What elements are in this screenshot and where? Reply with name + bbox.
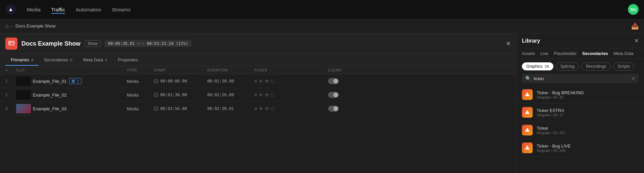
lib-item-icon	[522, 125, 533, 135]
list-item[interactable]: Ticker EXTRA Singular • ID: 17	[517, 104, 644, 121]
tab-bar: Primaries 3 Secondaries 0 Meta Data 0 Pr…	[0, 54, 516, 66]
nav-media[interactable]: Media	[27, 5, 41, 14]
clip-name-wrap: Example_File_02	[33, 93, 127, 98]
lib-item-meta: Singular • ID: 17	[537, 113, 564, 117]
svg-marker-15	[525, 92, 530, 96]
library-filters: Graphics 24 Splicing Recordings Scripts	[517, 59, 644, 74]
search-bar: 🔍 ✕	[522, 74, 639, 83]
list-item[interactable]: Ticker - Bug BREAKING Singular • ID: 35	[517, 86, 644, 104]
flag-notes-icon[interactable]: ≡	[254, 78, 257, 84]
tab-metadata[interactable]: Meta Data 0	[77, 54, 112, 66]
clip-thumb	[16, 76, 31, 86]
home-icon[interactable]: ⌂	[5, 23, 9, 29]
lib-item-icon	[522, 89, 533, 100]
svg-line-8	[156, 81, 157, 82]
clip-thumb	[16, 90, 31, 100]
search-input[interactable]	[534, 76, 629, 81]
lib-item-name: Ticker	[537, 126, 566, 131]
close-show-button[interactable]: ✕	[506, 40, 511, 47]
search-clear-button[interactable]: ✕	[631, 76, 635, 81]
lib-item-name: Ticker EXTRA	[537, 108, 564, 113]
library-title: Library	[522, 38, 540, 44]
svg-line-11	[156, 95, 157, 96]
logo[interactable]: ▲	[5, 4, 16, 15]
lib-item-meta: Singular • ID: 35	[537, 95, 584, 99]
tab-primaries[interactable]: Primaries 3	[5, 54, 39, 66]
library-list: Ticker - Bug BREAKING Singular • ID: 35 …	[517, 86, 644, 173]
show-title: Docs Example Show	[21, 40, 80, 47]
lib-item-meta: Singular • ID: 251	[537, 131, 566, 135]
svg-rect-3	[72, 80, 75, 80]
tab-properties[interactable]: Properties	[113, 54, 143, 66]
table-row: 2 Example_File_02 Media 00:01:30.00 00:0…	[0, 88, 516, 102]
flag-sync-icon[interactable]: ⟳	[265, 78, 269, 84]
flag-box-icon[interactable]: □	[271, 106, 274, 111]
library-header: Library ✕	[517, 34, 644, 48]
svg-marker-16	[525, 110, 530, 114]
show-header: Docs Example Show Show 00:06:26.01 — - 0…	[0, 34, 516, 54]
show-icon	[5, 38, 17, 50]
clip-thumb	[16, 104, 31, 113]
breadcrumb-separator: ›	[11, 23, 13, 28]
table-header: # CLIP TYPE START DURATION FLAGS CLEAN	[0, 66, 516, 74]
filter-splicing[interactable]: Splicing	[556, 62, 579, 70]
svg-line-14	[156, 109, 157, 109]
filter-graphics[interactable]: Graphics 24	[522, 62, 553, 70]
table-row: 3 Example_File_03 Media 00:03:56.00 00:0…	[0, 102, 516, 116]
svg-marker-18	[525, 146, 530, 150]
table-row: 1 Example_File_01 1 Media 00:00:00.00 00…	[0, 74, 516, 88]
tab-secondaries[interactable]: Secondaries 0	[39, 54, 77, 66]
nav-automation[interactable]: Automation	[76, 5, 101, 14]
search-icon: 🔍	[525, 76, 531, 81]
lib-item-icon	[522, 142, 533, 153]
show-timecode: 00:06:26.01 — - 00:53:33.24 (11%)	[105, 40, 191, 47]
flag-sync-icon[interactable]: ⟳	[265, 92, 269, 98]
lib-item-icon	[522, 107, 533, 118]
svg-marker-17	[525, 128, 530, 132]
filter-scripts[interactable]: Scripts	[613, 62, 634, 70]
inbox-icon[interactable]: 📥	[631, 23, 639, 30]
clean-toggle[interactable]	[328, 78, 339, 84]
lib-item-name: Ticker - Bug LIVE	[537, 143, 571, 149]
flag-star-icon[interactable]: ✳	[259, 92, 263, 98]
lib-nav-live[interactable]: Live	[540, 51, 548, 56]
svg-rect-5	[72, 82, 75, 82]
library-nav: Assets Live Placeholder Secondaries Meta…	[517, 48, 644, 59]
clean-toggle[interactable]	[328, 106, 339, 112]
clean-toggle[interactable]	[328, 92, 339, 98]
left-panel: Docs Example Show Show 00:06:26.01 — - 0…	[0, 34, 517, 173]
lib-nav-placeholder[interactable]: Placeholder	[554, 51, 577, 56]
top-nav: ▲ Media Traffic Automation Streams SU	[0, 0, 644, 19]
show-badge-button[interactable]: Show	[85, 40, 101, 47]
lib-nav-secondaries[interactable]: Secondaries	[582, 51, 608, 56]
flag-notes-icon[interactable]: ≡	[254, 106, 257, 111]
list-item[interactable]: Ticker Singular • ID: 251	[517, 121, 644, 139]
flag-box-icon[interactable]: □	[271, 92, 274, 98]
breadcrumb-bar: ⌂ › Docs Example Show 📥	[0, 19, 644, 34]
secondary-badge[interactable]: 1	[69, 78, 81, 84]
lib-item-name: Ticker - Bug BREAKING	[537, 90, 584, 95]
lib-nav-assets[interactable]: Assets	[522, 51, 535, 56]
flag-box-icon[interactable]: □	[271, 78, 274, 84]
flag-sync-icon[interactable]: ⟳	[265, 106, 269, 111]
library-close-button[interactable]: ✕	[634, 38, 639, 44]
clip-name-wrap: Example_File_01 1	[33, 78, 127, 84]
lib-item-meta: Singular • ID: 240	[537, 149, 571, 153]
filter-recordings[interactable]: Recordings	[582, 62, 611, 70]
svg-rect-4	[72, 81, 74, 81]
breadcrumb-path: Docs Example Show	[15, 23, 56, 28]
lib-nav-metadata[interactable]: Meta Data	[613, 51, 634, 56]
clip-name-wrap: Example_File_03	[33, 106, 127, 111]
nav-traffic[interactable]: Traffic	[51, 5, 65, 14]
library-panel: Library ✕ Assets Live Placeholder Second…	[517, 34, 644, 173]
svg-rect-0	[9, 41, 14, 45]
flag-star-icon[interactable]: ✳	[259, 78, 263, 84]
nav-streams[interactable]: Streams	[112, 5, 131, 14]
flag-star-icon[interactable]: ✳	[259, 106, 263, 111]
user-avatar[interactable]: SU	[628, 4, 639, 15]
main-layout: Docs Example Show Show 00:06:26.01 — - 0…	[0, 34, 644, 173]
table-container: # CLIP TYPE START DURATION FLAGS CLEAN 1…	[0, 66, 516, 173]
list-item[interactable]: Ticker - Bug LIVE Singular • ID: 240	[517, 139, 644, 157]
flag-notes-icon[interactable]: ≡	[254, 92, 257, 98]
